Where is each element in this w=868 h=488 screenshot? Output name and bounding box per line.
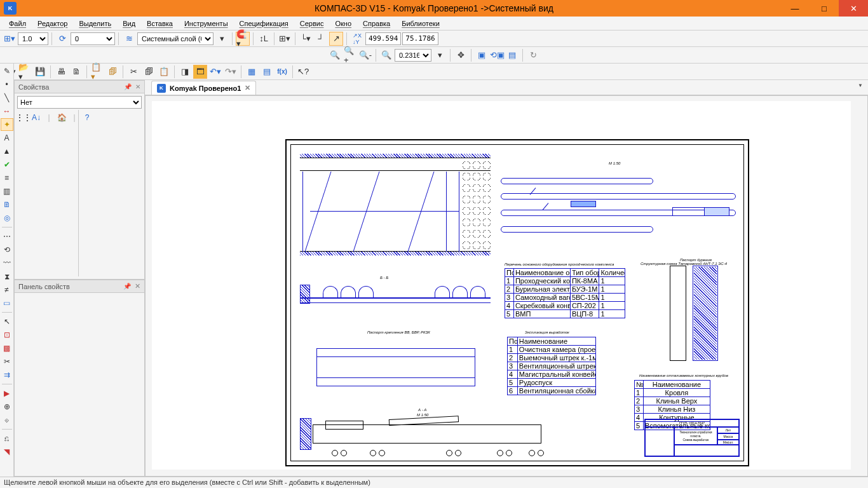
offset-icon[interactable]: ⇉ bbox=[1, 369, 13, 381]
dashline-icon[interactable]: ⋯ bbox=[1, 230, 13, 243]
hatch-icon[interactable]: ▲ bbox=[1, 145, 13, 158]
prop-filter-icon[interactable]: ⋮⋮ bbox=[18, 112, 29, 123]
variables-icon[interactable]: ▤ bbox=[260, 65, 274, 79]
ortho-icon[interactable]: └▾ bbox=[299, 32, 313, 46]
bunker-view bbox=[316, 348, 475, 386]
menu-file[interactable]: Файл bbox=[4, 18, 31, 29]
assoc-icon[interactable]: ◎ bbox=[1, 212, 13, 224]
select-tool-icon[interactable]: ↖ bbox=[1, 315, 13, 328]
edit2-icon[interactable]: ⊡ bbox=[1, 329, 13, 341]
redo-icon[interactable]: ↷▾ bbox=[224, 65, 238, 79]
copy-icon[interactable]: 🗐 bbox=[142, 65, 156, 79]
zoom-previous-icon[interactable]: ⟲▣ bbox=[490, 48, 504, 62]
zoom-all-icon[interactable]: ▤ bbox=[505, 48, 519, 62]
open-icon[interactable]: 📂▾ bbox=[18, 65, 32, 79]
geometry-icon[interactable]: ✎ bbox=[1, 65, 13, 78]
menu-service[interactable]: Сервис bbox=[295, 18, 329, 29]
document-tab-close-icon[interactable]: ✕ bbox=[245, 84, 250, 92]
layer-combo[interactable]: Системный слой (0) bbox=[137, 32, 214, 45]
document-tab[interactable]: K Komyak Проверено1 ✕ bbox=[151, 81, 256, 95]
panel2-close-icon[interactable]: ✕ bbox=[135, 282, 140, 290]
undo-icon[interactable]: ↶▾ bbox=[208, 65, 222, 79]
coord-y-value[interactable]: 75.1786 bbox=[402, 32, 438, 45]
point-icon[interactable]: • bbox=[1, 78, 13, 91]
text-icon[interactable]: A bbox=[1, 132, 13, 144]
menu-help[interactable]: Справка bbox=[358, 18, 395, 29]
library-icon[interactable]: ▦ bbox=[245, 65, 259, 79]
measure-icon[interactable]: ≡ bbox=[1, 172, 13, 184]
zoom-region-icon[interactable]: ▣ bbox=[475, 48, 489, 62]
mirror-icon[interactable]: ⧗ bbox=[1, 270, 13, 283]
tool-a-icon[interactable]: ▶ bbox=[1, 387, 13, 400]
curve-icon[interactable]: 〰 bbox=[1, 257, 13, 269]
refresh-icon[interactable]: ↻ bbox=[526, 48, 540, 62]
copy-icon2[interactable]: 🗐 bbox=[105, 65, 119, 79]
zoom-fit-icon[interactable]: 🔍 bbox=[379, 48, 393, 62]
print-preview-icon[interactable]: 🗎 bbox=[69, 65, 83, 79]
report-icon[interactable]: 🗎 bbox=[1, 198, 13, 211]
prop-help-icon[interactable]: ? bbox=[82, 112, 92, 123]
tool-e-icon[interactable]: ◥ bbox=[1, 445, 13, 458]
trim-icon[interactable]: ✂ bbox=[1, 355, 13, 368]
properties-icon[interactable]: 🗔 bbox=[193, 65, 207, 79]
spec-icon[interactable]: ▥ bbox=[1, 185, 13, 198]
zoom-combo-drop[interactable]: ▾ bbox=[433, 48, 447, 62]
break-icon[interactable]: ≠ bbox=[1, 283, 13, 296]
tabstrip-dropdown-icon[interactable]: ▼ bbox=[858, 83, 864, 89]
save-icon[interactable]: 💾 bbox=[33, 65, 47, 79]
pin-icon-2[interactable]: 📌 bbox=[123, 283, 131, 290]
menu-libraries[interactable]: Библиотеки bbox=[397, 18, 445, 29]
caption-passport: Паспорт крепления ВВ, БВР, РКЗК bbox=[367, 330, 430, 334]
cut-icon[interactable]: ✂ bbox=[126, 65, 140, 79]
paste-special-icon[interactable]: 📋▾ bbox=[90, 65, 104, 79]
magnet-snap-icon[interactable]: 🧲▾ bbox=[236, 32, 250, 46]
zoom-in-icon[interactable]: 🔍+ bbox=[343, 48, 357, 62]
layers-icon[interactable]: ≋ bbox=[122, 32, 136, 46]
zoom-combo[interactable]: 0.2316 bbox=[395, 49, 431, 62]
views-icon[interactable]: ▭ bbox=[1, 297, 13, 309]
rotate-icon[interactable]: ⟲ bbox=[1, 243, 13, 256]
menu-window[interactable]: Окно bbox=[330, 18, 356, 29]
prop-home-icon[interactable]: 🏠 bbox=[57, 112, 67, 123]
tool-c-icon[interactable]: ⟐ bbox=[1, 414, 13, 426]
menu-editor[interactable]: Редактор bbox=[32, 18, 72, 29]
angle-step-icon[interactable]: ⟳ bbox=[55, 32, 69, 46]
print-icon[interactable]: 🖶 bbox=[54, 65, 68, 79]
help-icon[interactable]: ↖? bbox=[296, 65, 310, 79]
edit-icon[interactable]: ✦ bbox=[1, 118, 13, 131]
minimize-button[interactable]: — bbox=[780, 0, 810, 17]
grid-snap-icon[interactable]: ⊞▾ bbox=[3, 32, 17, 46]
paste-icon[interactable]: 📋 bbox=[157, 65, 171, 79]
close-button[interactable]: ✕ bbox=[839, 0, 868, 17]
step-combo[interactable]: 1.0 bbox=[18, 32, 48, 45]
round-icon[interactable]: ↗ bbox=[329, 32, 343, 46]
line-icon[interactable]: ╲ bbox=[1, 92, 13, 104]
maximize-button[interactable]: □ bbox=[810, 0, 839, 17]
menu-insert[interactable]: Вставка bbox=[142, 18, 178, 29]
dimension-icon[interactable]: ↔ bbox=[1, 105, 13, 118]
angle-combo[interactable]: 0 bbox=[71, 32, 115, 45]
layer-dropdown-icon[interactable]: ▾ bbox=[215, 32, 229, 46]
menu-spec[interactable]: Спецификация bbox=[234, 18, 294, 29]
properties-object-combo[interactable]: Нет bbox=[17, 96, 142, 109]
pan-icon[interactable]: ✥ bbox=[454, 48, 468, 62]
fill-icon[interactable]: ▩ bbox=[1, 342, 13, 355]
prop-sort-icon[interactable]: A↓ bbox=[31, 112, 41, 123]
menu-tools[interactable]: Инструменты bbox=[179, 18, 233, 29]
fx-icon[interactable]: f(x) bbox=[275, 65, 289, 79]
coord-mode-icon[interactable]: ↕L bbox=[257, 32, 271, 46]
drawing-canvas[interactable]: Б - Б М 1:50 Перечень основного оборудов… bbox=[152, 101, 851, 470]
tool-d-icon[interactable]: ⎌ bbox=[1, 432, 13, 445]
zoom-window-icon[interactable]: 🔍 bbox=[328, 48, 342, 62]
eraser-icon[interactable]: ◨ bbox=[178, 65, 192, 79]
grid-icon[interactable]: ⊞▾ bbox=[278, 32, 292, 46]
panel-close-icon[interactable]: ✕ bbox=[135, 83, 140, 90]
parameterize-icon[interactable]: ✔ bbox=[1, 158, 13, 171]
coord-x-value[interactable]: 499.594 bbox=[365, 32, 401, 45]
menu-view[interactable]: Вид bbox=[118, 18, 140, 29]
perp-icon[interactable]: ┘ bbox=[314, 32, 328, 46]
zoom-out-icon[interactable]: 🔍- bbox=[358, 48, 372, 62]
tool-b-icon[interactable]: ⊕ bbox=[1, 400, 13, 413]
pin-icon[interactable]: 📌 bbox=[124, 83, 132, 90]
menu-select[interactable]: Выделить bbox=[74, 18, 116, 29]
